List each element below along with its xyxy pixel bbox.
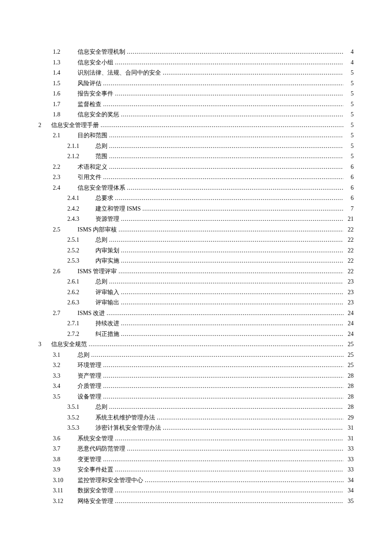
toc-entry[interactable]: 2.2术语和定义6	[38, 162, 354, 173]
toc-entry[interactable]: 3.7恶意代码防范管理33	[38, 444, 354, 454]
toc-leader-dots	[121, 214, 343, 225]
toc-entry[interactable]: 2信息安全管理手册5	[38, 120, 354, 131]
toc-entry[interactable]: 3.12网络安全管理35	[38, 496, 354, 507]
toc-entry-number: 3.5	[53, 392, 78, 402]
toc-entry-number: 2.2	[53, 162, 78, 173]
toc-entry-title: 介质管理	[78, 381, 101, 392]
toc-entry-title: 内审策划	[95, 246, 119, 256]
toc-entry[interactable]: 2.5.1总则22	[38, 235, 354, 246]
toc-entry[interactable]: 3.9安全事件处置33	[38, 465, 354, 475]
toc-entry[interactable]: 2.1.1总则5	[38, 141, 354, 152]
toc-entry-page: 22	[345, 225, 354, 235]
toc-entry-page: 34	[345, 486, 354, 496]
toc-entry[interactable]: 3.10监控管理和安全管理中心34	[38, 475, 354, 486]
toc-entry-title: 信息安全的奖惩	[78, 110, 119, 120]
toc-entry-number: 1.2	[53, 47, 78, 58]
toc-entry[interactable]: 2.3引用文件6	[38, 172, 354, 183]
toc-entry-title: 范围	[95, 151, 107, 162]
toc-entry-page: 24	[345, 308, 354, 319]
toc-entry-page: 22	[345, 266, 354, 277]
toc-entry-title: 信息安全管理体系	[78, 183, 125, 194]
toc-entry[interactable]: 3.8变更管理33	[38, 454, 354, 465]
toc-entry[interactable]: 3.5设备管理28	[38, 392, 354, 402]
toc-entry[interactable]: 2.6.1总则23	[38, 277, 354, 287]
toc-entry-title: 纠正措施	[95, 329, 119, 340]
toc-entry-title: 信息安全小组	[78, 58, 113, 68]
toc-entry[interactable]: 3.1总则25	[38, 350, 354, 361]
toc-entry[interactable]: 3.5.2系统主机维护管理办法29	[38, 413, 354, 423]
toc-entry[interactable]: 2.4信息安全管理体系6	[38, 183, 354, 194]
toc-entry-page: 6	[345, 183, 354, 194]
toc-entry[interactable]: 2.5.3内审实施22	[38, 256, 354, 266]
toc-leader-dots	[115, 465, 343, 475]
toc-entry-title: 数据安全管理	[78, 486, 113, 496]
toc-entry-number: 2.4.2	[67, 204, 95, 214]
toc-entry-title: 系统主机维护管理办法	[95, 413, 155, 423]
toc-entry-number: 2.4.3	[67, 214, 95, 225]
toc-entry-number: 2.6.2	[67, 287, 95, 298]
toc-entry-number: 3.9	[53, 465, 78, 475]
toc-leader-dots	[127, 183, 343, 194]
toc-entry-number: 1.8	[53, 110, 78, 120]
toc-entry[interactable]: 2.4.3资源管理21	[38, 214, 354, 225]
toc-entry[interactable]: 1.5风险评估5	[38, 78, 354, 89]
toc-entry-page: 31	[345, 434, 354, 444]
toc-entry[interactable]: 2.6.2评审输入23	[38, 287, 354, 298]
toc-entry[interactable]: 2.7.2纠正措施24	[38, 329, 354, 340]
toc-entry[interactable]: 2.4.2建立和管理 ISMS7	[38, 204, 354, 214]
toc-leader-dots	[127, 47, 343, 58]
toc-entry[interactable]: 1.7监督检查5	[38, 99, 354, 110]
toc-entry-title: 建立和管理 ISMS	[95, 204, 141, 214]
toc-entry[interactable]: 1.4识别法律、法规、合同中的安全5	[38, 68, 354, 78]
toc-entry-title: 评审输入	[95, 287, 119, 298]
toc-entry[interactable]: 2.6.3评审输出23	[38, 298, 354, 308]
toc-entry-number: 3.1	[53, 350, 78, 361]
toc-entry-title: 评审输出	[95, 298, 119, 308]
toc-entry-page: 21	[345, 214, 354, 225]
toc-entry[interactable]: 2.1.2范围5	[38, 151, 354, 162]
toc-entry-page: 28	[345, 392, 354, 402]
toc-entry-title: 引用文件	[78, 172, 101, 183]
toc-entry[interactable]: 1.2信息安全管理机制4	[38, 47, 354, 58]
toc-entry-number: 3.7	[53, 444, 78, 454]
toc-leader-dots	[115, 486, 343, 496]
toc-entry[interactable]: 2.5.2内审策划22	[38, 246, 354, 256]
toc-entry[interactable]: 1.6报告安全事件5	[38, 89, 354, 99]
toc-entry[interactable]: 2.4.1总要求6	[38, 193, 354, 204]
toc-entry[interactable]: 2.6ISMS 管理评审22	[38, 266, 354, 277]
toc-entry[interactable]: 3.4介质管理28	[38, 381, 354, 392]
toc-entry[interactable]: 3信息安全规范25	[38, 339, 354, 350]
toc-leader-dots	[103, 381, 343, 392]
toc-entry[interactable]: 1.8信息安全的奖惩5	[38, 110, 354, 120]
toc-leader-dots	[103, 172, 343, 183]
toc-entry[interactable]: 3.6系统安全管理31	[38, 434, 354, 444]
toc-entry-title: 恶意代码防范管理	[78, 444, 125, 454]
toc-entry-title: 信息安全管理机制	[78, 47, 125, 58]
toc-entry[interactable]: 3.3资产管理28	[38, 371, 354, 382]
toc-entry-number: 3.5.3	[67, 423, 95, 434]
toc-entry[interactable]: 2.7.1持续改进24	[38, 318, 354, 329]
toc-entry-title: 监控管理和安全管理中心	[78, 475, 143, 486]
toc-leader-dots	[103, 99, 343, 110]
toc-entry-page: 7	[345, 204, 354, 214]
toc-leader-dots	[103, 371, 343, 382]
toc-entry[interactable]: 3.2环境管理25	[38, 360, 354, 371]
toc-entry-page: 35	[345, 496, 354, 507]
toc-entry[interactable]: 2.1目的和范围5	[38, 130, 354, 141]
toc-entry-number: 3.11	[53, 486, 78, 496]
toc-entry[interactable]: 2.7ISMS 改进24	[38, 308, 354, 319]
toc-leader-dots	[118, 225, 343, 235]
toc-entry[interactable]: 3.5.3涉密计算机安全管理办法31	[38, 423, 354, 434]
toc-leader-dots	[103, 78, 343, 89]
toc-leader-dots	[127, 444, 343, 454]
toc-entry-page: 6	[345, 162, 354, 173]
toc-entry-page: 34	[345, 475, 354, 486]
toc-entry[interactable]: 2.5ISMS 内部审核22	[38, 225, 354, 235]
toc-entry-title: 总则	[95, 277, 107, 287]
toc-entry[interactable]: 3.5.1总则28	[38, 402, 354, 413]
toc-entry-title: 网络安全管理	[78, 496, 113, 507]
toc-leader-dots	[109, 141, 343, 152]
toc-entry[interactable]: 3.11数据安全管理34	[38, 486, 354, 496]
toc-entry[interactable]: 1.3信息安全小组4	[38, 58, 354, 68]
toc-entry-number: 2.1.2	[67, 151, 95, 162]
